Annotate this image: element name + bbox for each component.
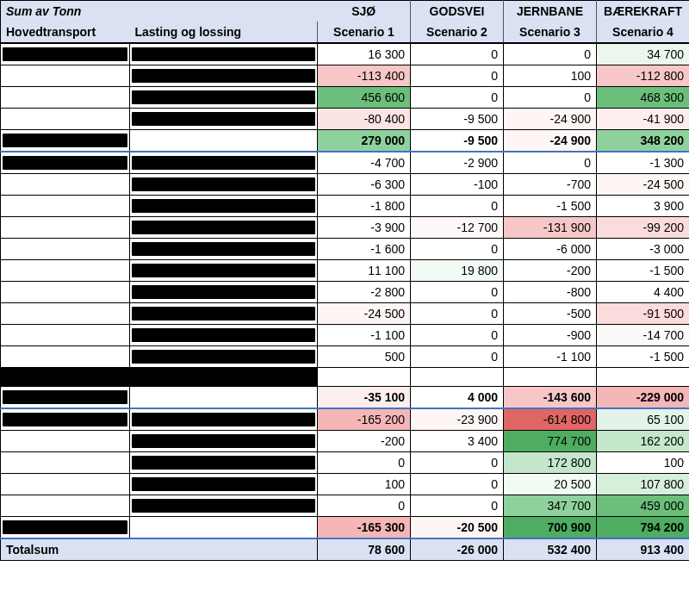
- value-cell: 3 400: [411, 431, 504, 452]
- value-cell: -1 500: [597, 260, 689, 282]
- value-cell: 459 000: [597, 495, 689, 517]
- pivot-table: Sum av Tonn SJØ GODSVEI JERNBANE BÆREKRA…: [0, 0, 689, 561]
- value-cell: -1 500: [504, 196, 597, 217]
- value-cell: 0: [318, 452, 411, 474]
- value-cell: -41 900: [597, 109, 689, 130]
- row-label: [130, 217, 318, 239]
- value-cell: -6 000: [504, 239, 597, 260]
- subtotal-cell: -20 500: [411, 517, 504, 539]
- table-row: -2003 400774 700162 200: [1, 431, 690, 452]
- grand-total-row: Totalsum78 600-26 000532 400913 400: [1, 538, 690, 561]
- spacer-row: [1, 368, 690, 387]
- value-cell: -6 300: [318, 174, 411, 196]
- value-cell: -24 500: [597, 174, 689, 196]
- subtotal-cell: -9 500: [411, 130, 504, 152]
- table-row: -1 8000-1 5003 900: [1, 196, 690, 217]
- row-label: [130, 43, 318, 65]
- value-cell: 172 800: [504, 452, 597, 474]
- table-row: 00172 800100: [1, 452, 690, 474]
- table-row: 16 3000034 700: [1, 43, 690, 65]
- subtotal-cell: -35 100: [318, 387, 411, 409]
- group-label: [1, 495, 130, 517]
- group-label: [1, 87, 130, 109]
- value-cell: 347 700: [504, 495, 597, 517]
- group-label: [1, 282, 130, 303]
- value-cell: 0: [411, 303, 504, 325]
- value-cell: -99 200: [597, 217, 689, 239]
- value-cell: -700: [504, 174, 597, 196]
- subtotal-cell: -24 900: [504, 130, 597, 152]
- value-cell: 100: [318, 474, 411, 495]
- subtotal-cell: -229 000: [597, 387, 689, 409]
- value-cell: -112 800: [597, 65, 689, 87]
- value-cell: 0: [411, 87, 504, 109]
- value-cell: 20 500: [504, 474, 597, 495]
- subtotal-cell: 348 200: [597, 130, 689, 152]
- subtotal-label: [1, 387, 130, 409]
- subtotal-cell: 794 200: [597, 517, 689, 539]
- value-cell: 456 600: [318, 87, 411, 109]
- header-col-1-bot: Scenario 2: [411, 22, 504, 43]
- value-cell: 100: [504, 65, 597, 87]
- subtotal-cell: 700 900: [504, 517, 597, 539]
- table-row: -2 8000-8004 400: [1, 282, 690, 303]
- value-cell: -900: [504, 325, 597, 346]
- value-cell: -131 900: [504, 217, 597, 239]
- value-cell: 774 700: [504, 431, 597, 452]
- group-label: [1, 474, 130, 495]
- table-row: 100020 500107 800: [1, 474, 690, 495]
- group-label: [1, 431, 130, 452]
- row-label: [130, 452, 318, 474]
- header-corner-right: Lasting og lossing: [130, 22, 318, 43]
- header-col-3-top: BÆREKRAFT: [597, 1, 689, 22]
- group-label: [1, 260, 130, 282]
- value-cell: 100: [597, 452, 689, 474]
- value-cell: 468 300: [597, 87, 689, 109]
- value-cell: -1 300: [597, 152, 689, 174]
- group-label: [1, 43, 130, 65]
- group-label: [1, 65, 130, 87]
- value-cell: 0: [411, 474, 504, 495]
- header-corner-top: Sum av Tonn: [1, 1, 318, 22]
- value-cell: 162 200: [597, 431, 689, 452]
- value-cell: -614 800: [504, 408, 597, 431]
- value-cell: 19 800: [411, 260, 504, 282]
- subtotal-row: 279 000-9 500-24 900348 200: [1, 130, 690, 152]
- header-col-1-top: GODSVEI: [411, 1, 504, 22]
- grand-cell: 78 600: [318, 538, 411, 561]
- value-cell: 0: [411, 282, 504, 303]
- row-label: [130, 408, 318, 431]
- value-cell: 16 300: [318, 43, 411, 65]
- table-row: 456 60000468 300: [1, 87, 690, 109]
- row-label: [130, 474, 318, 495]
- row-label: [130, 109, 318, 130]
- row-label: [130, 346, 318, 368]
- table-row: -3 900-12 700-131 900-99 200: [1, 217, 690, 239]
- subtotal-row: -165 300-20 500700 900794 200: [1, 517, 690, 539]
- table-row: -113 4000100-112 800: [1, 65, 690, 87]
- grand-cell: 913 400: [597, 538, 689, 561]
- value-cell: -9 500: [411, 109, 504, 130]
- row-label: [130, 282, 318, 303]
- subtotal-cell: -165 300: [318, 517, 411, 539]
- group-label: [1, 452, 130, 474]
- header-col-0-top: SJØ: [318, 1, 411, 22]
- header-corner-left: Hovedtransport: [1, 22, 130, 43]
- value-cell: -23 900: [411, 408, 504, 431]
- group-label: [1, 239, 130, 260]
- value-cell: -113 400: [318, 65, 411, 87]
- row-label: [130, 325, 318, 346]
- row-label: [130, 65, 318, 87]
- value-cell: -1 100: [318, 325, 411, 346]
- value-cell: -100: [411, 174, 504, 196]
- value-cell: -200: [318, 431, 411, 452]
- value-cell: 0: [411, 346, 504, 368]
- value-cell: -1 500: [597, 346, 689, 368]
- value-cell: -24 900: [504, 109, 597, 130]
- value-cell: 0: [504, 87, 597, 109]
- value-cell: 0: [504, 152, 597, 174]
- group-label: [1, 346, 130, 368]
- subtotal-row: -35 1004 000-143 600-229 000: [1, 387, 690, 409]
- value-cell: 0: [318, 495, 411, 517]
- value-cell: -2 800: [318, 282, 411, 303]
